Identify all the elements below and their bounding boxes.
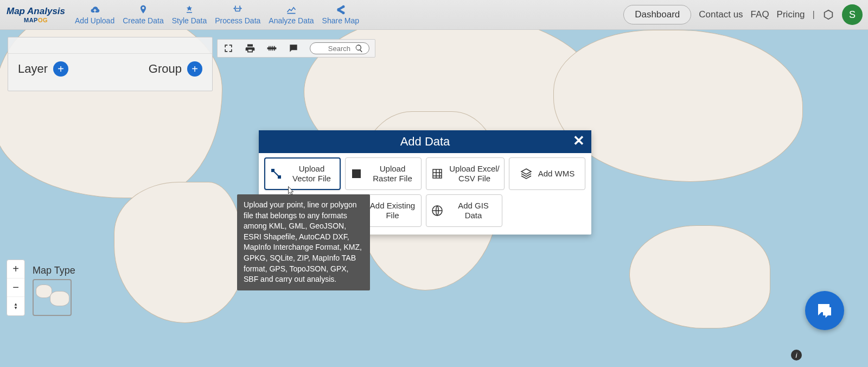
comment-icon[interactable] xyxy=(288,43,299,54)
logo-title: Map Analysis xyxy=(7,6,65,17)
tooltip-upload-vector: Upload your point, line or polygon file … xyxy=(237,194,370,290)
apps-cube-icon[interactable] xyxy=(822,9,834,21)
nav-create-data[interactable]: Create Data xyxy=(123,4,163,25)
print-icon[interactable] xyxy=(245,43,256,54)
header-right: Dashboard Contact us FAQ Pricing | S xyxy=(623,4,863,25)
zoom-out-button[interactable]: − xyxy=(7,279,24,297)
card-label: Add GIS Data xyxy=(449,201,497,220)
app-logo[interactable]: Map Analysis MAPOG xyxy=(7,6,65,23)
cursor-pointer-icon xyxy=(286,185,296,197)
layers-icon xyxy=(520,167,533,180)
maptype-selector[interactable] xyxy=(33,279,72,316)
nav-label: Add Upload xyxy=(75,16,114,25)
nav-analyze-data[interactable]: Analyze Data xyxy=(269,4,314,25)
card-upload-excel[interactable]: Upload Excel/ CSV File xyxy=(426,157,505,190)
dashboard-button[interactable]: Dashboard xyxy=(623,5,691,24)
chat-icon xyxy=(815,301,834,320)
add-group-button[interactable]: + xyxy=(187,61,202,77)
share-icon xyxy=(335,4,346,15)
card-upload-raster[interactable]: Upload Raster File xyxy=(345,157,422,190)
logo-subtitle: MAPOG xyxy=(24,17,48,23)
card-label: Upload Excel/ CSV File xyxy=(449,164,500,184)
card-label: Add WMS xyxy=(538,169,575,179)
layers-panel: Layer + Group + xyxy=(8,37,213,91)
spreadsheet-icon xyxy=(431,167,444,180)
svg-rect-1 xyxy=(278,176,280,178)
search-input[interactable] xyxy=(318,45,350,53)
analyze-icon xyxy=(286,4,297,15)
main-nav: Add Upload Create Data Style Data Proces… xyxy=(75,4,359,25)
search-box[interactable] xyxy=(310,42,369,54)
nav-style-data[interactable]: Style Data xyxy=(172,4,207,25)
nav-label: Create Data xyxy=(123,16,163,25)
card-add-gis[interactable]: Add GIS Data xyxy=(426,194,502,227)
compass-icon xyxy=(12,302,20,310)
layers-panel-header xyxy=(8,37,212,54)
search-icon xyxy=(355,44,363,53)
divider: | xyxy=(813,9,815,20)
contact-link[interactable]: Contact us xyxy=(699,9,743,20)
cloud-upload-icon xyxy=(90,4,100,15)
card-label: Upload Raster File xyxy=(368,164,417,184)
layer-label: Layer xyxy=(18,62,48,76)
app-header: Map Analysis MAPOG Add Upload Create Dat… xyxy=(0,0,868,30)
card-label: Upload Vector File xyxy=(288,164,335,184)
nav-add-upload[interactable]: Add Upload xyxy=(75,4,114,25)
landmass xyxy=(114,182,244,323)
zoom-in-button[interactable]: + xyxy=(7,260,24,279)
nav-process-data[interactable]: Process Data xyxy=(215,4,260,25)
nav-label: Process Data xyxy=(215,16,260,25)
pin-icon xyxy=(138,4,149,15)
fullscreen-icon[interactable] xyxy=(223,43,234,54)
modal-close-button[interactable]: ✕ xyxy=(573,134,585,148)
measure-icon[interactable] xyxy=(266,43,277,54)
compass-button[interactable] xyxy=(7,297,24,315)
card-add-wms[interactable]: Add WMS xyxy=(509,157,585,190)
style-icon xyxy=(184,4,195,15)
modal-title: Add Data xyxy=(400,135,450,149)
process-icon xyxy=(232,4,243,15)
card-upload-vector[interactable]: Upload Vector File xyxy=(264,157,341,190)
card-label: Add Existing File xyxy=(368,201,417,220)
nav-label: Analyze Data xyxy=(269,16,314,25)
add-layer-button[interactable]: + xyxy=(53,61,68,77)
modal-header: Add Data ✕ xyxy=(259,130,591,153)
nav-share-map[interactable]: Share Map xyxy=(322,4,359,25)
nav-label: Style Data xyxy=(172,16,207,25)
chat-button[interactable] xyxy=(805,291,844,330)
zoom-controls: + − xyxy=(7,260,25,316)
globe-icon xyxy=(431,204,444,217)
user-avatar[interactable]: S xyxy=(842,4,863,25)
nav-label: Share Map xyxy=(322,16,359,25)
map-toolbar xyxy=(217,39,375,58)
maptype-label: Map Type xyxy=(33,265,75,276)
layer-section: Layer + xyxy=(18,61,68,77)
pricing-link[interactable]: Pricing xyxy=(777,9,805,20)
vector-icon xyxy=(270,167,283,180)
group-section: Group + xyxy=(149,61,202,77)
info-button[interactable]: i xyxy=(791,350,802,360)
landmass xyxy=(629,225,770,328)
svg-rect-0 xyxy=(272,169,274,172)
group-label: Group xyxy=(149,62,182,76)
raster-icon xyxy=(350,167,363,180)
faq-link[interactable]: FAQ xyxy=(751,9,769,20)
